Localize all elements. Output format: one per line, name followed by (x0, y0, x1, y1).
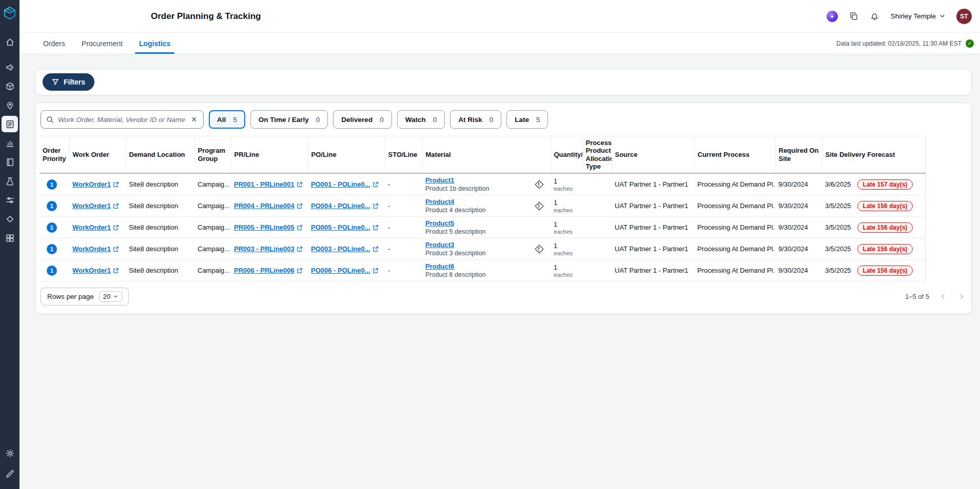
col-pr-line[interactable]: PR/Line (231, 136, 308, 174)
filters-button-label: Filters (64, 78, 85, 86)
pr-line-link[interactable]: PR004 - PRLine004 (234, 202, 303, 210)
material-link[interactable]: Product6 (425, 262, 454, 270)
copy-button[interactable] (849, 12, 858, 21)
work-order-link[interactable]: WorkOrder1 (72, 245, 119, 253)
tab-procurement[interactable]: Procurement (73, 33, 131, 54)
prev-page-button[interactable] (939, 293, 947, 300)
col-current-process[interactable]: Current Process (694, 136, 775, 174)
app-logo-icon[interactable] (2, 5, 18, 22)
filter-chip-late[interactable]: Late5 (506, 110, 548, 129)
current-process-cell: Processing At Demand Pl... (694, 260, 775, 281)
po-line-link[interactable]: PO006 - POLine0... (311, 267, 379, 274)
pr-line-link[interactable]: PR006 - PRLine006 (234, 267, 303, 274)
sidebar-item-catalog[interactable] (2, 154, 18, 170)
tab-orders[interactable]: Orders (35, 33, 73, 54)
sidebar-item-analytics[interactable] (2, 135, 18, 151)
work-order-link[interactable]: WorkOrder1 (72, 180, 119, 188)
po-line-link[interactable]: PO003 - POLine0... (311, 245, 379, 253)
program-group-cell: Campaig... (194, 173, 231, 195)
po-line-link[interactable]: PO005 - POLine0... (311, 223, 379, 231)
sidebar-item-labs[interactable] (2, 173, 18, 189)
filter-chip-at-risk[interactable]: At Risk0 (450, 110, 501, 129)
material-link[interactable]: Product3 (425, 241, 454, 249)
assistant-button[interactable]: ✦ (827, 11, 838, 22)
material-warning-icon: ! (534, 244, 543, 254)
filter-chip-on-time-early[interactable]: On Time / Early0 (250, 110, 328, 129)
pr-line-link[interactable]: PR001 - PRLine001 (234, 180, 303, 188)
external-link-icon (113, 268, 119, 274)
col-quantity[interactable]: Quantity/ (551, 136, 582, 174)
col-order-priority[interactable]: Order Priority (40, 136, 69, 174)
search-box[interactable]: ✕ (41, 110, 204, 129)
rows-per-page-select[interactable]: 20 (99, 291, 122, 302)
user-menu[interactable]: Shirley Temple (891, 12, 945, 20)
material-link[interactable]: Product5 (425, 219, 454, 227)
material-link[interactable]: Product1 (425, 176, 454, 184)
forecast-date: 3/5/2025 (825, 245, 851, 253)
demand-location-cell: Site8 description (126, 238, 194, 260)
col-demand-location[interactable]: Demand Location (126, 136, 194, 174)
material-warning-icon: ! (534, 201, 543, 211)
po-line-link[interactable]: PO001 - POLine0... (311, 180, 379, 188)
filter-chip-delivered[interactable]: Delivered0 (333, 110, 391, 129)
rows-per-page[interactable]: Rows per page 20 (41, 288, 129, 305)
col-allocation-type[interactable]: Process Product Allocation Type (582, 136, 612, 174)
material-description: Product 6 description (425, 271, 485, 278)
sidebar-item-locations[interactable] (2, 97, 18, 113)
copy-icon (849, 12, 858, 21)
filter-chip-all[interactable]: All5 (209, 110, 245, 129)
uom-label: eaches (554, 207, 579, 213)
sidebar-item-home[interactable] (2, 34, 18, 50)
clear-search-icon[interactable]: ✕ (190, 115, 198, 124)
late-badge: Late 156 day(s) (857, 222, 913, 233)
col-source[interactable]: Source (612, 136, 694, 174)
tab-logistics[interactable]: Logistics (131, 33, 179, 54)
tab-bar: Orders Procurement Logistics Data last u… (19, 33, 980, 54)
col-required-on-site[interactable]: Required On Site (775, 136, 822, 174)
col-material[interactable]: Material (422, 136, 551, 174)
material-link[interactable]: Product4 (425, 198, 454, 206)
avatar[interactable]: ST (956, 9, 972, 24)
filters-button[interactable]: Filters (43, 73, 94, 91)
po-line-link[interactable]: PO004 - POLine0... (311, 202, 379, 210)
sidebar-item-feedback[interactable] (2, 465, 18, 482)
work-order-link[interactable]: WorkOrder1 (72, 202, 119, 210)
allocation-type-cell (582, 173, 612, 195)
material-description: Product 4 description (425, 207, 485, 214)
orders-table-panel: ✕ All5 On Time / Early0 Delivered0 Watch… (35, 103, 972, 314)
required-on-site-cell: 9/30/2024 (775, 173, 822, 195)
quantity-value: 1 (554, 220, 579, 228)
external-link-icon (113, 203, 119, 209)
chevron-left-icon (939, 293, 947, 300)
sidebar-item-products[interactable] (2, 78, 18, 94)
sidebar-item-settings[interactable] (2, 445, 18, 461)
table-row: 1 WorkOrder1 Site8 description Campaig..… (40, 173, 925, 195)
sto-line-cell: - (385, 195, 422, 217)
external-link-icon (373, 181, 379, 188)
external-link-icon (297, 268, 303, 274)
uom-label: eaches (554, 250, 579, 256)
col-po-line[interactable]: PO/Line (308, 136, 385, 174)
pr-line-link[interactable]: PR005 - PRLine005 (234, 223, 303, 231)
filter-chip-watch[interactable]: Watch0 (397, 110, 445, 129)
pr-line-link[interactable]: PR003 - PRLine003 (234, 245, 303, 253)
sidebar-item-quality[interactable] (2, 211, 18, 227)
chevron-down-icon (113, 294, 118, 299)
col-sto-line[interactable]: STO/Line (385, 136, 422, 174)
sidebar-item-order-tracking[interactable] (2, 116, 18, 132)
priority-badge: 1 (47, 266, 57, 276)
next-page-button[interactable] (957, 293, 965, 300)
sidebar-item-apps[interactable] (2, 230, 18, 246)
table-row: 1 WorkOrder1 Site8 description Campaig..… (40, 260, 925, 281)
uom-label: eaches (554, 229, 579, 235)
pagination-bar: Rows per page 20 1–5 of 5 (35, 281, 971, 314)
sidebar-item-processes[interactable] (2, 192, 18, 208)
col-program-group[interactable]: Program Group (194, 136, 231, 174)
work-order-link[interactable]: WorkOrder1 (72, 223, 119, 231)
col-site-delivery-forecast[interactable]: Site Delivery Forecast (822, 136, 925, 174)
notifications-button[interactable] (870, 11, 879, 21)
search-input[interactable] (58, 116, 186, 124)
work-order-link[interactable]: WorkOrder1 (72, 267, 119, 274)
sidebar-item-announcements[interactable] (2, 59, 18, 75)
col-work-order[interactable]: Work Order (69, 136, 126, 174)
